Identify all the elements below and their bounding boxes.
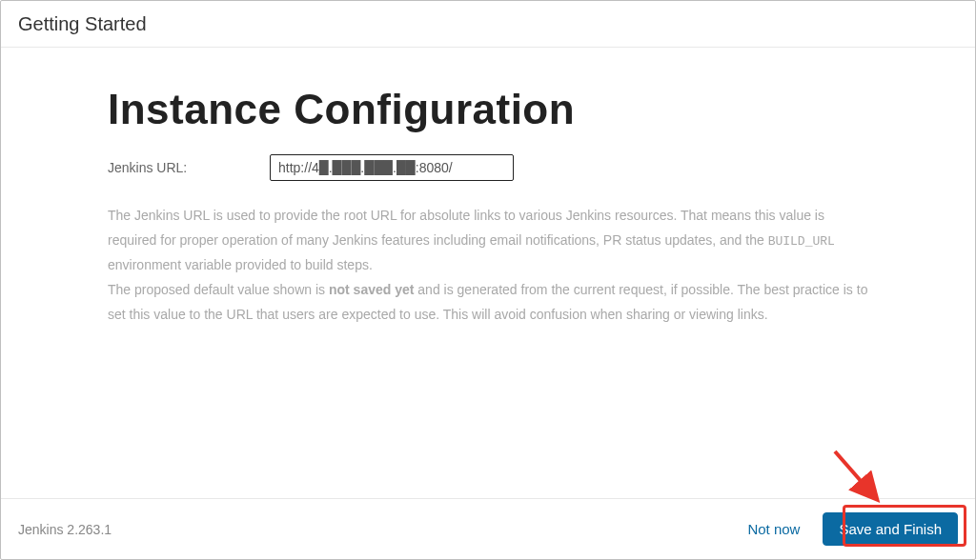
desc-p2-bold: not saved yet (329, 282, 414, 297)
wizard-footer: Jenkins 2.263.1 Not now Save and Finish (1, 498, 975, 559)
desc-p1-code: BUILD_URL (768, 234, 835, 249)
wizard-header-title: Getting Started (18, 13, 958, 35)
description-text: The Jenkins URL is used to provide the r… (108, 204, 868, 328)
not-now-button[interactable]: Not now (743, 515, 803, 543)
save-and-finish-button[interactable]: Save and Finish (823, 512, 958, 546)
desc-p1-a: The Jenkins URL is used to provide the r… (108, 208, 824, 248)
desc-p2-a: The proposed default value shown is (108, 282, 329, 297)
jenkins-url-input[interactable] (270, 154, 514, 181)
wizard-window: Getting Started Instance Configuration J… (0, 0, 976, 560)
desc-p1-b: environment variable provided to build s… (108, 257, 373, 272)
jenkins-url-label: Jenkins URL: (108, 160, 270, 175)
wizard-content: Instance Configuration Jenkins URL: The … (1, 48, 975, 498)
jenkins-version: Jenkins 2.263.1 (18, 522, 112, 537)
footer-actions: Not now Save and Finish (743, 512, 958, 546)
page-title: Instance Configuration (108, 86, 868, 133)
jenkins-url-row: Jenkins URL: (108, 154, 868, 181)
wizard-header: Getting Started (1, 1, 975, 48)
